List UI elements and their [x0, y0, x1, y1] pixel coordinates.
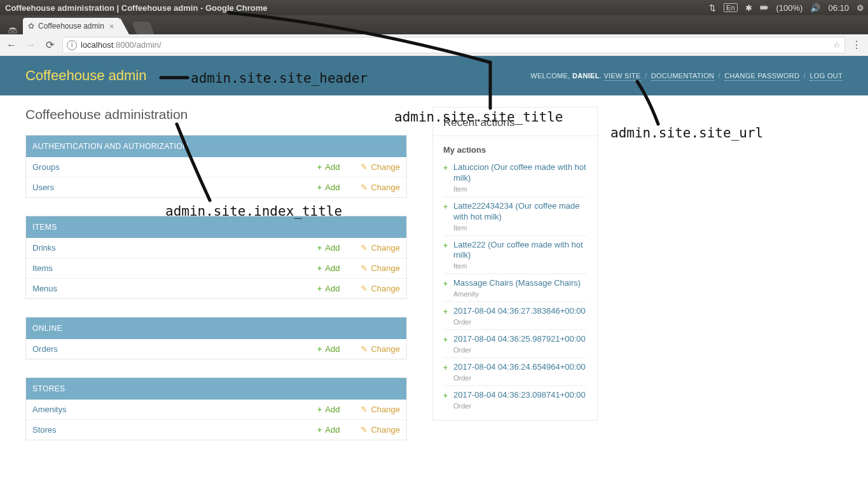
model-link[interactable]: Stores: [32, 425, 57, 435]
add-icon: +: [443, 335, 448, 344]
pencil-icon: ✎: [361, 284, 368, 293]
change-link[interactable]: ✎ Change: [361, 344, 400, 354]
recent-action-item: +Latte222 (Our coffee made with hot milk…: [443, 240, 587, 275]
recent-action-item: +2017-08-04 04:36:27.383846+00:00Order: [443, 306, 587, 330]
add-link[interactable]: + Add: [317, 162, 340, 172]
battery-percent: (100%): [776, 3, 803, 13]
view-site-link[interactable]: VIEW SITE: [603, 72, 640, 81]
logout-link[interactable]: LOG OUT: [809, 72, 843, 81]
recent-action-type: Order: [453, 402, 587, 410]
recent-action-type: Item: [453, 262, 587, 270]
change-link[interactable]: ✎ Change: [361, 243, 400, 253]
model-link[interactable]: Amenitys: [32, 405, 66, 414]
add-link[interactable]: + Add: [317, 183, 340, 192]
add-icon: +: [443, 202, 448, 211]
model-link[interactable]: Drinks: [32, 243, 56, 253]
app-module: AUTHENTICATION AND AUTHORIZATIONGroups+ …: [25, 135, 407, 198]
browser-tabstrip: ✿ Coffeehouse admin ×: [0, 15, 868, 34]
app-caption[interactable]: AUTHENTICATION AND AUTHORIZATION: [26, 136, 406, 157]
recent-action-link[interactable]: 2017-08-04 04:36:23.098741+00:00: [453, 390, 587, 401]
plus-icon: +: [317, 344, 322, 354]
browser-tab[interactable]: ✿ Coffeehouse admin ×: [23, 18, 120, 34]
change-link[interactable]: ✎ Change: [361, 183, 400, 192]
gear-icon[interactable]: ⚙: [857, 3, 864, 13]
add-link[interactable]: + Add: [317, 425, 340, 435]
recent-action-item: +Latuccion (Our coffee made with hot mil…: [443, 162, 587, 197]
recent-action-link[interactable]: 2017-08-04 04:36:27.383846+00:00: [453, 306, 587, 317]
recent-action-link[interactable]: Massage Chairs (Massage Chairs): [453, 278, 587, 289]
change-link[interactable]: ✎ Change: [361, 425, 400, 435]
add-link[interactable]: + Add: [317, 243, 340, 253]
admin-header: Coffeehouse admin WELCOME, DANIEL. VIEW …: [0, 56, 868, 95]
svg-rect-2: [760, 6, 767, 10]
model-link[interactable]: Groups: [32, 162, 60, 172]
app-module: ONLINEOrders+ Add✎ Change: [25, 317, 407, 359]
recent-actions-panel: Recent actions My actions +Latuccion (Ou…: [432, 107, 598, 421]
address-bar[interactable]: i localhost:8000/admin/ ☆: [62, 37, 845, 53]
model-row: Items+ Add✎ Change: [26, 258, 406, 279]
add-link[interactable]: + Add: [317, 263, 340, 273]
recent-action-link[interactable]: 2017-08-04 04:36:24.654964+00:00: [453, 362, 587, 373]
recent-action-link[interactable]: Latte222434234 (Our coffee made with hot…: [453, 201, 587, 223]
tab-title: Coffeehouse admin: [38, 22, 104, 31]
new-tab-button[interactable]: [132, 22, 155, 34]
add-link[interactable]: + Add: [317, 344, 340, 354]
reload-button[interactable]: ⟳: [43, 39, 56, 51]
bookmark-star-icon[interactable]: ☆: [833, 40, 841, 50]
app-caption[interactable]: STORES: [26, 378, 406, 400]
site-header[interactable]: Coffeehouse admin: [25, 67, 146, 84]
change-password-link[interactable]: CHANGE PASSWORD: [724, 72, 799, 81]
browser-menu-button[interactable]: ⋮: [850, 39, 863, 51]
my-actions-label: My actions: [443, 145, 587, 155]
recent-action-type: Order: [453, 346, 587, 354]
model-row: Drinks+ Add✎ Change: [26, 238, 406, 258]
recent-action-link[interactable]: Latuccion (Our coffee made with hot milk…: [453, 162, 587, 184]
change-link[interactable]: ✎ Change: [361, 263, 400, 273]
model-row: Groups+ Add✎ Change: [26, 157, 406, 178]
network-icon: ⇅: [709, 3, 716, 13]
os-window-title: Coffeehouse administration | Coffeehouse…: [0, 3, 267, 13]
model-link[interactable]: Users: [32, 183, 54, 192]
forward-button[interactable]: →: [24, 39, 37, 51]
browser-toolbar: ← → ⟳ i localhost:8000/admin/ ☆ ⋮: [0, 34, 868, 56]
app-caption[interactable]: ONLINE: [26, 317, 406, 339]
username: DANIEL: [572, 72, 600, 80]
app-caption[interactable]: ITEMS: [26, 216, 406, 238]
recent-action-link[interactable]: 2017-08-04 04:36:25.987921+00:00: [453, 334, 587, 345]
model-row: Menus+ Add✎ Change: [26, 279, 406, 299]
change-link[interactable]: ✎ Change: [361, 405, 400, 414]
recent-action-item: +2017-08-04 04:36:23.098741+00:00Order: [443, 390, 587, 414]
pencil-icon: ✎: [361, 405, 368, 414]
add-link[interactable]: + Add: [317, 284, 340, 293]
change-link[interactable]: ✎ Change: [361, 284, 400, 293]
add-icon: +: [443, 241, 448, 250]
app-module: STORESAmenitys+ Add✎ ChangeStores+ Add✎ …: [25, 377, 407, 440]
keyboard-lang[interactable]: En: [724, 3, 737, 12]
recent-action-item: +Massage Chairs (Massage Chairs)Amenity: [443, 278, 587, 302]
model-link[interactable]: Items: [32, 263, 53, 273]
add-link[interactable]: + Add: [317, 405, 340, 414]
battery-icon: [760, 3, 769, 12]
url-port: :8000: [113, 40, 134, 50]
svg-rect-1: [767, 7, 768, 8]
incognito-icon: [3, 25, 23, 34]
clock: 06:10: [828, 3, 849, 13]
welcome-label: WELCOME,: [530, 72, 570, 80]
site-info-icon[interactable]: i: [67, 40, 77, 50]
model-row: Stores+ Add✎ Change: [26, 420, 406, 440]
pencil-icon: ✎: [361, 425, 368, 435]
recent-action-type: Item: [453, 185, 587, 193]
url-path: /admin/: [134, 40, 162, 50]
change-link[interactable]: ✎ Change: [361, 162, 400, 172]
close-tab-icon[interactable]: ×: [109, 22, 114, 31]
documentation-link[interactable]: DOCUMENTATION: [651, 72, 714, 81]
recent-action-link[interactable]: Latte222 (Our coffee made with hot milk): [453, 240, 587, 261]
model-link[interactable]: Orders: [32, 344, 58, 354]
back-button[interactable]: ←: [5, 39, 18, 51]
pencil-icon: ✎: [361, 263, 368, 273]
add-icon: +: [443, 363, 448, 372]
model-link[interactable]: Menus: [32, 284, 57, 293]
model-row: Orders+ Add✎ Change: [26, 339, 406, 359]
pencil-icon: ✎: [361, 243, 368, 253]
pencil-icon: ✎: [361, 344, 368, 354]
